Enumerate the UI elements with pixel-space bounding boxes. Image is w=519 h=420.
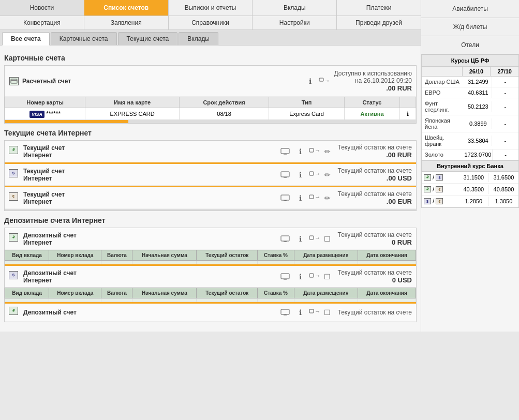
svg-rect-32 [309,309,314,313]
deposit-rur-screen-icon[interactable] [280,234,290,244]
info-icon-dep-rur[interactable]: ℹ [295,234,306,244]
card-action-cell[interactable]: ℹ [399,108,416,120]
dep-col-initial: Начальная сумма [132,250,197,261]
nav-applications[interactable]: Заявления [84,16,169,29]
info-icon-eur[interactable]: ℹ [295,193,306,203]
deposit-accounts-header: Депозитные счета Интернет [4,216,417,224]
internal-usd-icon-2: $ [424,198,431,204]
nav-payments[interactable]: Платежи [337,0,421,16]
col-card-number: Номер карты [5,97,85,108]
current-usd-name: Текущий счет Интернет [23,168,280,182]
card-account-balance: Доступно к использованию на 26.10.2012 0… [334,70,412,92]
tab-all-accounts[interactable]: Все счета [2,32,50,46]
deposit-rur-table: Вид вклада Номер вклада Валюта Начальная… [5,250,416,264]
transfer-icon-dep-partial[interactable]: → [309,307,319,318]
current-usd-screen-icon[interactable] [280,170,290,180]
current-usd-balance: Текущий остаток на счете .00 USD [338,167,412,182]
info-icon-dep-partial[interactable]: ℹ [295,307,306,318]
rate-row-chf: Швейц. франк 33.5804 - [422,132,518,149]
transfer-icon-usd[interactable]: → [309,170,319,180]
deposit-usd-table: Вид вклада Номер вклада Валюта Начальная… [5,288,416,302]
deposit-rur-row: ₽ Депозитный счет Интернет ℹ → ☐ Те [5,228,416,250]
currency-jpy-val2: - [492,118,518,129]
nav-refer[interactable]: Приведи друзей [337,16,421,29]
rate-col-date2: 27/10 [491,67,518,76]
dep-usd-col-end: Дата окончания [358,288,416,298]
deposit-usd-icon: $ [9,271,20,282]
edit-icon-rur[interactable]: ✏ [322,146,333,157]
nav-news[interactable]: Новости [0,0,84,16]
edit-icon-usd[interactable]: ✏ [322,170,333,180]
nav-trains[interactable]: Ж/д билеты [421,18,519,36]
dep-usd-col-initial: Начальная сумма [132,288,197,298]
internal-rate-usd: ₽ / $ 31.1500 31.6500 [422,172,518,184]
deposit-usd-balance: Текущий остаток на счете 0 USD [338,269,412,284]
nav-hotels[interactable]: Отели [421,36,519,54]
internal-eur-val1: 40.3500 [459,185,489,194]
nav-settings[interactable]: Настройки [253,16,337,29]
deposit-usd-name: Депозитный счет Интернет [23,269,280,284]
transfer-icon-dep-usd[interactable]: → [309,272,319,282]
current-eur-screen-icon[interactable] [280,193,290,203]
current-accounts-card: ₽ Текущий счет Интернет ℹ → ✏ Текущ [4,140,417,211]
transfer-icon-eur[interactable]: → [309,193,319,203]
deposit-rur-actions: ℹ → ☐ [295,234,333,244]
edit-icon-eur[interactable]: ✏ [322,193,333,203]
content-area: Карточные счета Расчетный счет ℹ [0,46,421,332]
add-icon-dep-usd[interactable]: ☐ [322,272,333,282]
card-table: Номер карты Имя на карте Срок действия Т… [5,97,416,120]
svg-rect-29 [281,309,289,314]
info-icon-usd[interactable]: ℹ [295,170,306,180]
nav-flights[interactable]: Авиабилеты [421,0,519,18]
dep-col-rate: Ставка % [258,250,294,261]
transfer-icon-dep-rur[interactable]: → [309,234,319,244]
transfer-icon-rur[interactable]: → [309,146,319,157]
dep-usd-col-type: Вид вклада [5,288,49,298]
current-rur-screen-icon[interactable] [280,146,290,157]
deposit-accounts-card: ₽ Депозитный счет Интернет ℹ → ☐ Те [4,228,417,322]
nav-accounts[interactable]: Список счетов [84,0,169,16]
currency-jpy-val1: 0.3899 [465,118,492,129]
balance-amount: .00 RUR [334,84,412,92]
currency-gbp-label: Фунт стерлинг. [422,98,465,115]
dep-col-number: Номер вклада [49,250,101,261]
nav-references[interactable]: Справочники [169,16,253,29]
info-icon-rur[interactable]: ℹ [295,146,306,157]
tab-card-accounts[interactable]: Карточные счета [51,32,117,45]
transfer-icon[interactable]: → [319,76,329,86]
card-account-card: Расчетный счет ℹ → Доступно к использова… [4,65,417,124]
current-account-rur-row: ₽ Текущий счет Интернет ℹ → ✏ Текущ [5,141,416,162]
current-accounts-header: Текущие счета Интернет [4,129,417,137]
table-row: VISA ****** EXPRESS CARD 08/18 Express C… [5,108,416,120]
dep-col-type: Вид вклада [5,250,49,261]
rate-col-date1: 26/10 [463,67,491,76]
tab-current-accounts[interactable]: Текущие счета [118,32,178,45]
info-icon[interactable]: ℹ [305,76,316,86]
deposit-rur-amount: 0 RUR [338,238,412,246]
current-usd-actions: ℹ → ✏ [295,170,333,180]
deposit-usd-screen-icon[interactable] [280,272,290,282]
dep-usd-col-currency: Валюта [101,288,132,298]
tab-deposits[interactable]: Вклады [179,32,218,45]
add-icon-dep-rur[interactable]: ☐ [322,234,333,244]
rates-section: Курсы ЦБ РФ 26/10 27/10 Доллар США 31.24… [421,54,519,208]
currency-eur-val1: 40.6311 [465,87,492,98]
rate-row-eur: ЕВРО 40.6311 - [422,87,518,98]
internal-eur-icon-2: € [436,198,443,204]
card-number-cell: VISA ****** [5,108,85,120]
add-icon-dep-partial[interactable]: ☐ [322,307,333,318]
svg-text:→: → [315,309,319,315]
card-accounts-header: Карточные счета [4,54,417,62]
nav-conversion[interactable]: Конвертация [0,16,84,29]
deposit-partial-screen-icon[interactable] [280,307,290,318]
nav-deposits[interactable]: Вклады [253,0,337,16]
info-icon-dep-usd[interactable]: ℹ [295,272,306,282]
rate-row-usd: Доллар США 31.2499 - [422,77,518,87]
col-card-actions [399,97,416,108]
svg-rect-12 [309,172,314,175]
nav-statements[interactable]: Выписки и отчеты [169,0,253,16]
internal-usd-pair: ₽ / $ [422,172,459,183]
current-rur-icon: ₽ [9,146,20,157]
current-account-usd-row: $ Текущий счет Интернет ℹ → ✏ Текущ [5,164,416,186]
eur-divider [5,209,416,211]
